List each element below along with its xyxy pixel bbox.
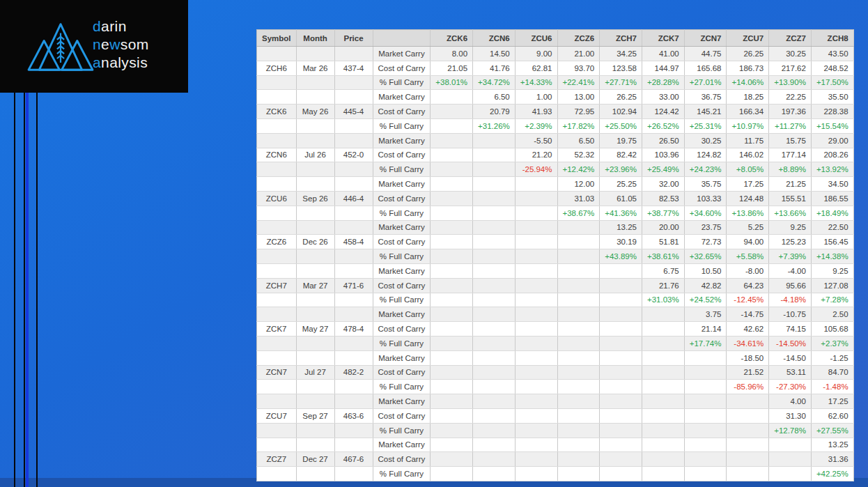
value-cell — [431, 350, 473, 365]
value-cell: 21.25 — [769, 177, 812, 192]
value-cell: +27.55% — [811, 423, 853, 438]
cell-month — [296, 293, 334, 307]
cell-price — [334, 394, 373, 409]
cell-month — [296, 336, 334, 350]
value-cell — [515, 452, 557, 467]
cell-symbol — [257, 118, 297, 133]
row-label: Market Carry — [373, 350, 431, 365]
value-cell — [642, 380, 684, 394]
value-cell — [557, 350, 600, 365]
value-cell: 30.25 — [684, 133, 727, 148]
value-cell: +14.33% — [515, 75, 557, 90]
value-cell: +34.72% — [473, 75, 516, 90]
value-cell: 156.45 — [811, 235, 853, 249]
row-label: Market Carry — [373, 47, 431, 61]
value-cell — [642, 423, 684, 438]
value-cell: 4.00 — [769, 394, 812, 409]
value-cell: +25.49% — [642, 162, 684, 177]
row-label: % Full Carry — [373, 423, 431, 438]
row-label: Cost of Carry — [373, 452, 431, 467]
table-row: Market Carry8.0014.509.0021.0034.2541.00… — [257, 47, 854, 61]
cell-symbol — [257, 350, 297, 365]
cell-price — [334, 293, 373, 307]
table-row: ZCH6Mar 26437-4Cost of Carry21.0541.7662… — [257, 61, 854, 75]
value-cell: 34.50 — [811, 177, 853, 192]
value-cell: +17.74% — [684, 336, 727, 350]
value-cell — [727, 408, 769, 423]
value-cell — [515, 235, 557, 249]
column-header-price: Price — [334, 30, 373, 47]
value-cell: 42.82 — [684, 278, 727, 293]
row-label: Market Carry — [373, 394, 431, 409]
table-row: Market Carry-5.506.5019.7526.5030.2511.7… — [257, 133, 854, 148]
cell-symbol — [257, 293, 297, 307]
value-cell: 14.50 — [473, 47, 516, 61]
value-cell: +24.23% — [684, 162, 727, 177]
cell-symbol — [257, 133, 297, 148]
value-cell — [431, 307, 473, 322]
cell-price — [334, 177, 373, 192]
row-label: % Full Carry — [373, 467, 431, 481]
cell-symbol — [257, 423, 297, 438]
value-cell — [515, 278, 557, 293]
value-cell: +41.36% — [600, 206, 642, 220]
value-cell: -1.48% — [811, 380, 853, 394]
cell-price — [334, 263, 373, 278]
value-cell: 22.50 — [811, 220, 853, 235]
cell-symbol: ZCN6 — [257, 148, 297, 162]
table-row: % Full Carry+38.01%+34.72%+14.33%+22.41%… — [257, 75, 854, 90]
value-cell: 26.25 — [727, 47, 769, 61]
value-cell: 84.70 — [811, 365, 853, 380]
value-cell — [473, 249, 516, 264]
value-cell: +28.28% — [642, 75, 684, 90]
value-cell — [473, 235, 516, 249]
cell-month — [296, 307, 334, 322]
cell-month: Sep 27 — [296, 408, 334, 423]
column-header-zcu6: ZCU6 — [515, 30, 557, 47]
value-cell — [600, 350, 642, 365]
value-cell: 43.50 — [811, 47, 853, 61]
cell-symbol — [257, 177, 297, 192]
value-cell: 197.36 — [769, 105, 812, 119]
cell-month: May 26 — [296, 105, 334, 119]
value-cell — [473, 191, 516, 206]
cell-price — [334, 438, 373, 452]
value-cell: 72.95 — [557, 105, 600, 119]
value-cell — [473, 365, 516, 380]
value-cell: 42.62 — [727, 322, 769, 337]
cell-month: Dec 26 — [296, 235, 334, 249]
value-cell — [431, 206, 473, 220]
value-cell — [600, 452, 642, 467]
column-header-zck6: ZCK6 — [431, 30, 473, 47]
value-cell: 25.25 — [600, 177, 642, 192]
value-cell: +38.77% — [642, 206, 684, 220]
value-cell: 17.25 — [811, 394, 853, 409]
value-cell — [431, 133, 473, 148]
value-cell — [431, 105, 473, 119]
value-cell: 2.50 — [811, 307, 853, 322]
value-cell: 41.00 — [642, 47, 684, 61]
cell-symbol — [257, 394, 297, 409]
value-cell: 18.25 — [727, 90, 769, 105]
value-cell — [431, 438, 473, 452]
value-cell — [557, 278, 600, 293]
value-cell — [473, 336, 516, 350]
value-cell: -10.75 — [769, 307, 812, 322]
value-cell — [473, 467, 516, 481]
value-cell: +7.39% — [769, 249, 812, 264]
value-cell — [642, 438, 684, 452]
value-cell: 127.08 — [811, 278, 853, 293]
row-label: Cost of Carry — [373, 365, 431, 380]
cell-symbol: ZCU6 — [257, 191, 297, 206]
cell-symbol: ZCZ6 — [257, 235, 297, 249]
value-cell: 61.05 — [600, 191, 642, 206]
value-cell — [684, 438, 727, 452]
value-cell: +26.52% — [642, 118, 684, 133]
row-label: % Full Carry — [373, 380, 431, 394]
value-cell: 21.20 — [515, 148, 557, 162]
value-cell: 41.76 — [473, 61, 516, 75]
value-cell — [684, 394, 727, 409]
value-cell: 5.25 — [727, 220, 769, 235]
table-row: Market Carry13.25 — [257, 438, 854, 452]
cell-symbol: ZCN7 — [257, 365, 297, 380]
